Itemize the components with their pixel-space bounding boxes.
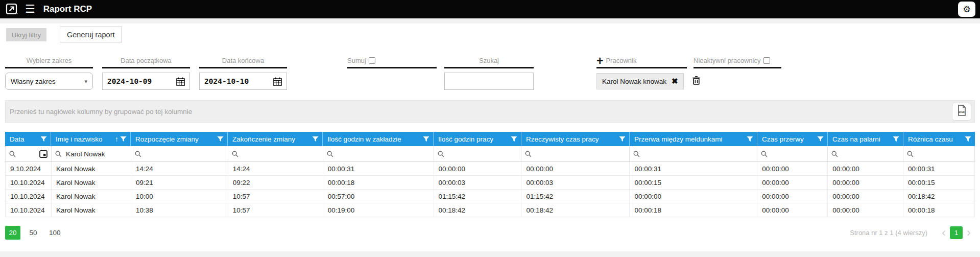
column-header[interactable]: Data [5, 132, 51, 146]
chevron-right-icon[interactable]: › [963, 226, 975, 239]
hide-filters-button[interactable]: Ukryj filtry [6, 28, 46, 41]
table-row[interactable]: 9.10.2024Karol Nowak14:2414:2400:00:3100… [5, 162, 975, 176]
table-cell: 10.10.2024 [6, 203, 52, 217]
column-filter-cell[interactable] [131, 146, 228, 161]
column-filter-cell[interactable] [6, 146, 52, 161]
column-header[interactable]: Zakończenie zmiany [228, 132, 323, 146]
column-header[interactable]: Rzeczywisty czas pracy [521, 132, 630, 146]
funnel-filter-icon[interactable] [619, 136, 626, 143]
funnel-filter-icon[interactable] [120, 136, 127, 143]
column-header[interactable]: Różnica czasu [903, 132, 975, 146]
inactive-checkbox[interactable] [763, 57, 770, 64]
filter-search: Szukaj [444, 53, 534, 68]
table-cell: 09:22 [228, 176, 323, 189]
column-header-icons [217, 132, 224, 146]
remove-chip-x-icon[interactable]: ✖ [672, 77, 678, 86]
group-by-bar[interactable]: Przenieś tu nagłówek kolumny by grupować… [5, 100, 975, 123]
table-row[interactable]: 10.10.2024Karol Nowak10:3810:5700:19:000… [5, 203, 975, 217]
column-filter-cell[interactable] [828, 146, 903, 161]
grid-header-row: DataImię i nazwisko↑Rozpoczęcie zmianyZa… [5, 132, 975, 146]
report-grid: DataImię i nazwisko↑Rozpoczęcie zmianyZa… [5, 132, 975, 217]
calendar-picker-icon[interactable] [39, 150, 47, 158]
funnel-filter-icon[interactable] [893, 136, 899, 143]
column-filter-cell[interactable] [630, 146, 757, 161]
app-logo-icon[interactable] [5, 3, 18, 16]
page-size-button-100[interactable]: 100 [46, 226, 64, 240]
menu-hamburger-icon[interactable]: ☰ [25, 4, 35, 15]
funnel-filter-icon[interactable] [817, 136, 824, 143]
column-header-icons [619, 132, 626, 146]
table-cell: 00:57:00 [323, 190, 434, 203]
generate-report-button[interactable]: Generuj raport [60, 27, 122, 42]
column-header-icons [312, 132, 319, 146]
search-label: Szukaj [479, 57, 499, 64]
range-label: Wybierz zakres [27, 57, 72, 64]
filter-employee: + Pracownik [596, 53, 687, 68]
column-header-icons [817, 132, 824, 146]
column-header-label: Różnica czasu [908, 135, 953, 143]
column-header[interactable]: Przerwa między meldunkami [630, 132, 757, 146]
column-header[interactable]: Imię i nazwisko↑ [51, 132, 131, 146]
column-filter-cell[interactable]: Karol Nowak [52, 146, 131, 161]
table-cell: 00:00:18 [903, 203, 975, 217]
calendar-icon[interactable] [273, 77, 282, 86]
xlsx-file-icon: xlsx [956, 105, 967, 119]
export-xlsx-button[interactable]: xlsx [952, 103, 971, 121]
grid-body: 9.10.2024Karol Nowak14:2414:2400:00:3100… [5, 162, 975, 217]
employee-chip[interactable]: Karol Nowak knowak ✖ [596, 73, 684, 89]
column-header-label: Ilość godzin pracy [438, 135, 493, 143]
table-cell: 14:24 [228, 162, 323, 175]
page-title: Raport RCP [43, 4, 92, 14]
filter-end-date: Data końcowa [199, 53, 287, 68]
column-filter-cell[interactable] [903, 146, 975, 161]
column-header-label: Data [10, 135, 25, 143]
end-date-input[interactable]: 2024-10-10 [199, 73, 287, 90]
name-filter-value[interactable]: Karol Nowak [66, 150, 105, 158]
delete-employee-button[interactable] [688, 73, 705, 89]
group-by-hint: Przenieś tu nagłówek kolumny by grupować… [10, 108, 192, 115]
funnel-filter-icon[interactable] [312, 136, 319, 143]
end-date-label: Data końcowa [222, 57, 264, 64]
table-cell: 10:00 [131, 190, 228, 203]
add-employee-plus-icon[interactable]: + [596, 57, 603, 64]
pagination-bar: 2050100 Strona nr 1 z 1 (4 wierszy) ‹ 1 … [5, 225, 975, 240]
funnel-filter-icon[interactable] [747, 136, 753, 143]
column-filter-cell[interactable] [757, 146, 828, 161]
range-select[interactable]: Własny zakres ▾ [5, 73, 93, 90]
column-header[interactable]: Rozpoczęcie zmiany [131, 132, 228, 146]
table-cell: 00:00:15 [903, 176, 975, 189]
column-filter-cell[interactable] [323, 146, 434, 161]
search-input[interactable] [444, 73, 534, 90]
table-cell: 00:00:15 [630, 176, 757, 189]
table-cell: 10:57 [228, 203, 323, 217]
magnifier-icon [907, 151, 914, 157]
column-header[interactable]: Ilość godzin w zakładzie [323, 132, 434, 146]
current-page-button[interactable]: 1 [950, 226, 963, 239]
column-filter-cell[interactable] [434, 146, 522, 161]
column-header[interactable]: Czas na palarni [828, 132, 903, 146]
column-header[interactable]: Ilość godzin pracy [434, 132, 521, 146]
table-cell: 00:00:00 [828, 190, 903, 203]
chevron-left-icon[interactable]: ‹ [938, 226, 950, 239]
pagination-status: Strona nr 1 z 1 (4 wierszy) [850, 229, 927, 237]
table-cell: 9.10.2024 [6, 162, 52, 175]
calendar-icon[interactable] [176, 77, 185, 86]
funnel-filter-icon[interactable] [511, 136, 517, 143]
sum-checkbox[interactable] [369, 57, 375, 64]
table-cell: 00:00:00 [757, 176, 828, 189]
page-size-button-50[interactable]: 50 [26, 226, 41, 240]
raport-rcp-screen: ☰ Raport RCP ⚙ Ukryj filtry Generuj rapo… [0, 0, 980, 257]
funnel-filter-icon[interactable] [423, 136, 429, 143]
page-size-button-20[interactable]: 20 [5, 226, 20, 240]
column-header[interactable]: Czas przerwy [757, 132, 828, 146]
column-filter-cell[interactable] [521, 146, 630, 161]
funnel-filter-icon[interactable] [40, 136, 47, 143]
settings-button[interactable]: ⚙ [958, 2, 975, 17]
filter-sum: Sumuj [347, 53, 437, 68]
funnel-filter-icon[interactable] [965, 136, 971, 143]
table-row[interactable]: 10.10.2024Karol Nowak09:2109:2200:00:180… [5, 176, 975, 190]
start-date-input[interactable]: 2024-10-09 [102, 73, 190, 90]
table-row[interactable]: 10.10.2024Karol Nowak10:0010:5700:57:000… [5, 190, 975, 203]
funnel-filter-icon[interactable] [217, 136, 224, 143]
column-filter-cell[interactable] [228, 146, 323, 161]
